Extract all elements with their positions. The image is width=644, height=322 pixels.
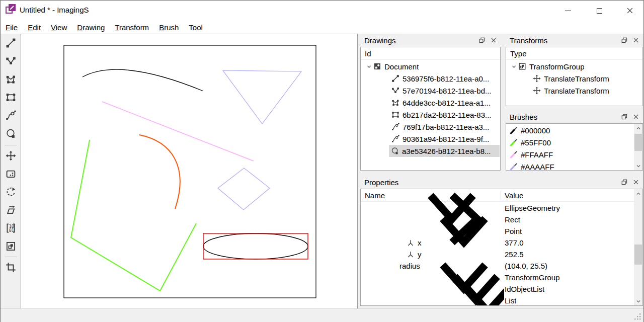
brushes-scrollbar[interactable] xyxy=(634,124,642,170)
pen-glyph xyxy=(10,5,15,10)
menubar: File Edit View Drawing Transform Brush T… xyxy=(1,21,643,34)
tool-skew-button[interactable] xyxy=(2,201,20,218)
tool-line-button[interactable] xyxy=(2,34,20,51)
properties-float-button[interactable] xyxy=(620,178,629,187)
chevron-down-icon[interactable] xyxy=(509,62,518,70)
transforms-float-button[interactable] xyxy=(620,36,629,45)
menu-file[interactable]: File xyxy=(1,22,23,33)
rectangle-icon xyxy=(391,111,399,119)
tree-item-drawing[interactable]: 57e70194-b812-11ea-bd... xyxy=(361,85,500,97)
drawing-toolbar xyxy=(1,34,21,309)
tool-polygon-button[interactable] xyxy=(2,70,20,88)
brushes-panel-title: Brushes xyxy=(506,113,537,121)
transforms-close-button[interactable] xyxy=(631,36,640,45)
chevron-down-icon[interactable] xyxy=(364,62,373,70)
rectangle-icon xyxy=(6,92,16,103)
menu-transform[interactable]: Transform xyxy=(110,22,154,33)
close-icon xyxy=(632,37,639,44)
properties-close-button[interactable] xyxy=(631,178,640,187)
tool-rotate-button[interactable] xyxy=(2,183,20,200)
maximize-button[interactable] xyxy=(587,1,612,21)
float-icon xyxy=(478,37,486,44)
tree-item-drawing[interactable]: 6b217da2-b812-11ea-83... xyxy=(361,109,500,121)
scroll-up-icon[interactable] xyxy=(634,189,642,198)
transforms-panel-header[interactable]: Transforms xyxy=(506,34,643,47)
tool-matrix-button[interactable] xyxy=(2,219,20,236)
toolbar-separator xyxy=(5,257,17,257)
properties-panel-title: Properties xyxy=(360,178,398,187)
canvas[interactable] xyxy=(21,34,358,309)
scale-icon xyxy=(6,169,16,179)
scrollbar-thumb[interactable] xyxy=(634,245,642,265)
line-icon xyxy=(6,38,16,48)
titlebar[interactable]: Untitled * - ImagingS xyxy=(1,1,643,21)
menu-tool[interactable]: Tool xyxy=(184,22,208,33)
menu-view[interactable]: View xyxy=(46,22,72,33)
brush-item[interactable]: #AAAAFF xyxy=(507,160,633,171)
tool-polyline-button[interactable] xyxy=(2,52,20,69)
tree-item-transformgroup[interactable]: TransformGroup xyxy=(507,60,642,72)
scroll-up-icon[interactable] xyxy=(634,124,642,132)
float-icon xyxy=(621,37,628,44)
polygon-icon xyxy=(6,74,16,85)
properties-tree: Name Value geometry EllipseGeometry boun… xyxy=(360,189,643,306)
canvas-surface xyxy=(21,34,357,308)
property-row-center[interactable]: center Point xyxy=(361,225,633,237)
close-icon xyxy=(632,179,639,186)
transforms-column-header[interactable]: Type xyxy=(506,47,642,60)
tree-item-drawing[interactable]: 536975f6-b812-11ea-a0... xyxy=(361,72,500,85)
tree-item-translate-transform[interactable]: TranslateTransform xyxy=(507,72,642,85)
tool-translate-button[interactable] xyxy=(2,147,20,164)
minimize-button[interactable] xyxy=(555,1,581,21)
scroll-down-icon[interactable] xyxy=(634,297,642,305)
brush-icon xyxy=(510,126,518,134)
tool-scale-button[interactable] xyxy=(2,165,20,182)
brush-item[interactable]: #55FF00 xyxy=(507,136,633,148)
menu-drawing[interactable]: Drawing xyxy=(72,22,110,33)
curve-icon xyxy=(6,110,16,121)
property-row-items[interactable]: items List xyxy=(361,295,633,306)
tree-item-document[interactable]: Document xyxy=(361,60,500,72)
properties-panel-header[interactable]: Properties xyxy=(360,176,643,189)
drawings-panel-header[interactable]: Drawings xyxy=(360,34,501,47)
chevron-down-icon[interactable] xyxy=(413,262,504,306)
brush-item[interactable]: #000000 xyxy=(507,124,633,136)
drawings-float-button[interactable] xyxy=(477,36,487,45)
scrollbar-thumb[interactable] xyxy=(634,134,642,151)
brushes-close-button[interactable] xyxy=(631,112,640,121)
brush-item[interactable]: #FFAAFF xyxy=(507,148,633,160)
tool-curve-button[interactable] xyxy=(2,107,20,124)
brushes-float-button[interactable] xyxy=(620,112,629,121)
curve-icon xyxy=(391,123,399,131)
drawings-close-button[interactable] xyxy=(489,36,498,45)
skew-icon xyxy=(6,205,16,215)
transforms-panel-title: Transforms xyxy=(506,36,547,45)
tool-rectangle-button[interactable] xyxy=(2,89,20,106)
drawings-column-header[interactable]: Id xyxy=(361,47,500,60)
tool-clip-button[interactable] xyxy=(2,259,20,276)
menu-edit[interactable]: Edit xyxy=(23,22,46,33)
tool-group-button[interactable] xyxy=(2,237,20,255)
menu-brush[interactable]: Brush xyxy=(154,22,184,33)
tree-item-translate-transform[interactable]: TranslateTransform xyxy=(507,85,642,97)
resize-grip[interactable] xyxy=(634,313,641,320)
curve-icon xyxy=(391,135,399,143)
properties-scrollbar[interactable] xyxy=(634,189,642,305)
close-icon xyxy=(490,37,497,44)
tree-item-drawing[interactable]: 90361a94-b812-11ea-9f... xyxy=(361,133,500,145)
tree-item-drawing[interactable]: 64dde3cc-b812-11ea-a1... xyxy=(361,97,500,109)
matrix-icon xyxy=(6,223,16,233)
scroll-down-icon[interactable] xyxy=(634,162,642,170)
maximize-icon xyxy=(597,8,602,14)
ellipse-icon xyxy=(6,128,16,139)
document-icon xyxy=(373,62,381,70)
brushes-panel-header[interactable]: Brushes xyxy=(506,110,643,123)
polyline-icon xyxy=(6,56,16,66)
tree-item-drawing-selected[interactable]: a3e53426-b812-11ea-b8... xyxy=(389,145,500,157)
tool-ellipse-button[interactable] xyxy=(2,125,20,142)
float-icon xyxy=(621,179,628,186)
tree-item-drawing[interactable]: 769f17ba-b812-11ea-a3... xyxy=(361,121,500,133)
toolbar-separator xyxy=(5,145,17,145)
close-button[interactable] xyxy=(617,1,642,21)
close-icon xyxy=(626,7,633,14)
